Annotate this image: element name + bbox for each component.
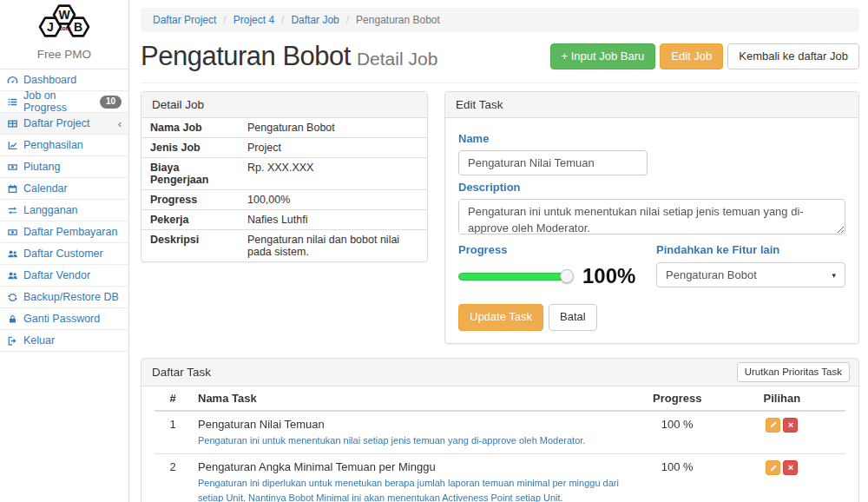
sidebar-item-label: Ganti Password bbox=[23, 313, 100, 325]
task-progress: 100 % bbox=[636, 454, 719, 502]
page-header: Pengaturan BobotDetail Job + Input Job B… bbox=[141, 32, 859, 83]
delete-task-button[interactable]: × bbox=[783, 460, 798, 475]
edit-task-button[interactable] bbox=[766, 460, 780, 475]
sidebar: J W B .com Free PMO Dashboard Job on Pro… bbox=[0, 0, 129, 502]
progress-slider-handle[interactable] bbox=[560, 269, 574, 283]
list-icon bbox=[7, 96, 18, 108]
input-job-baru-button[interactable]: + Input Job Baru bbox=[550, 43, 656, 70]
pencil-icon bbox=[769, 420, 778, 429]
breadcrumb-project-4[interactable]: Project 4 bbox=[216, 14, 274, 26]
detail-job-panel: Detail Job Nama JobPengaturan Bobot Jeni… bbox=[141, 91, 428, 262]
svg-text:B: B bbox=[74, 20, 82, 34]
sidebar-item-penghasilan[interactable]: Penghasilan bbox=[0, 135, 128, 156]
table-icon bbox=[7, 118, 18, 129]
edit-job-button[interactable]: Edit Job bbox=[660, 43, 723, 70]
sign-out-icon bbox=[7, 335, 18, 347]
delete-task-button[interactable]: × bbox=[783, 418, 798, 433]
sidebar-item-label: Langganan bbox=[23, 204, 78, 216]
breadcrumb: Daftar ProjectProject 4Daftar JobPengatu… bbox=[141, 8, 859, 32]
sidebar-item-daftar-vendor[interactable]: Daftar Vendor bbox=[0, 265, 128, 287]
lock-icon bbox=[7, 314, 18, 325]
detail-job-panel-title: Detail Job bbox=[141, 92, 427, 118]
detail-row: PekerjaNafies Luthfi bbox=[141, 210, 427, 230]
column-pilihan: Pilihan bbox=[719, 386, 845, 411]
breadcrumb-current: Pengaturan Bobot bbox=[339, 14, 440, 26]
detail-row: Jenis JobProject bbox=[141, 138, 427, 158]
sort-priority-button-top[interactable]: Urutkan Prioritas Task bbox=[737, 362, 850, 382]
delete-icon: × bbox=[788, 463, 793, 472]
move-feature-label: Pindahkan ke Fitur lain bbox=[656, 243, 845, 256]
detail-row: DeskripsiPengaturan nilai dan bobot nila… bbox=[141, 230, 427, 261]
pencil-icon bbox=[769, 464, 778, 472]
detail-job-table: Nama JobPengaturan Bobot Jenis JobProjec… bbox=[141, 118, 427, 261]
line-chart-icon bbox=[7, 140, 18, 151]
sidebar-item-label: Keluar bbox=[23, 334, 55, 347]
move-feature-selected-value: Pengaturan Bobot bbox=[666, 268, 757, 281]
brand-name: Free PMO bbox=[0, 44, 128, 69]
detail-row: Nama JobPengaturan Bobot bbox=[141, 118, 427, 138]
main-content: Daftar ProjectProject 4Daftar JobPengatu… bbox=[141, 0, 859, 502]
task-name: Pengaturan Nilai Temuan bbox=[198, 418, 629, 431]
sidebar-item-daftar-project[interactable]: Daftar Project ‹ bbox=[0, 113, 128, 135]
sidebar-item-keluar[interactable]: Keluar bbox=[0, 330, 128, 352]
dropdown-arrow-icon: ▾ bbox=[832, 271, 836, 280]
sidebar-item-ganti-password[interactable]: Ganti Password bbox=[0, 308, 128, 330]
sidebar-item-langganan[interactable]: Langganan bbox=[0, 200, 128, 221]
breadcrumb-daftar-project[interactable]: Daftar Project bbox=[153, 14, 216, 26]
daftar-task-panel-title: Daftar Task bbox=[152, 366, 211, 379]
sidebar-menu: Dashboard Job on Progress 10 Daftar Proj… bbox=[0, 69, 128, 352]
sidebar-item-daftar-customer[interactable]: Daftar Customer bbox=[0, 243, 128, 265]
sidebar-item-daftar-pembayaran[interactable]: Daftar Pembayaran bbox=[0, 221, 128, 243]
header-buttons: + Input Job Baru Edit Job Kembali ke daf… bbox=[550, 43, 859, 70]
task-name-input[interactable] bbox=[458, 150, 648, 175]
edit-task-button[interactable] bbox=[766, 418, 780, 433]
svg-text:W: W bbox=[58, 8, 70, 22]
svg-text:.com: .com bbox=[57, 25, 70, 31]
sidebar-item-calendar[interactable]: Calendar bbox=[0, 178, 128, 200]
sidebar-item-label: Daftar Project bbox=[23, 117, 89, 129]
progress-slider[interactable] bbox=[458, 273, 568, 281]
app-logo[interactable]: J W B .com bbox=[0, 0, 128, 44]
dashboard-icon bbox=[7, 75, 18, 86]
sidebar-item-label: Job on Progress bbox=[23, 89, 95, 114]
task-number: 2 bbox=[155, 454, 191, 502]
svg-text:J: J bbox=[47, 20, 54, 34]
sidebar-item-dashboard[interactable]: Dashboard bbox=[0, 69, 128, 91]
sidebar-item-label: Penghasilan bbox=[23, 139, 83, 151]
page-title: Pengaturan Bobot bbox=[141, 41, 351, 71]
task-description-textarea[interactable]: Pengaturan ini untuk menentukan nilai se… bbox=[458, 199, 845, 234]
sidebar-item-label: Backup/Restore DB bbox=[23, 291, 119, 303]
detail-row: Biaya PengerjaanRp. XXX.XXX bbox=[141, 158, 427, 190]
detail-row: Progress100,00% bbox=[141, 190, 427, 210]
progress-value: 100% bbox=[582, 264, 635, 288]
breadcrumb-daftar-job[interactable]: Daftar Job bbox=[274, 14, 339, 26]
task-progress: 100 % bbox=[636, 411, 719, 454]
column-number: # bbox=[155, 386, 191, 411]
column-progress: Progress bbox=[636, 386, 719, 411]
delete-icon: × bbox=[788, 420, 793, 430]
description-label: Description bbox=[458, 181, 845, 194]
sidebar-item-label: Daftar Customer bbox=[23, 248, 103, 260]
update-task-button[interactable]: Update Task bbox=[458, 304, 543, 331]
users-icon bbox=[7, 248, 18, 260]
refresh-icon bbox=[7, 292, 18, 303]
name-label: Name bbox=[458, 132, 845, 145]
task-row: 2 Pengaturan Angka Minimal Temuan per Mi… bbox=[155, 454, 845, 502]
sidebar-item-label: Piutang bbox=[23, 161, 60, 173]
batal-button[interactable]: Batal bbox=[549, 304, 597, 331]
sidebar-item-label: Daftar Vendor bbox=[23, 269, 90, 281]
page-subtitle: Detail Job bbox=[357, 49, 437, 69]
move-feature-select[interactable]: Pengaturan Bobot ▾ bbox=[656, 262, 845, 287]
back-to-job-list-button[interactable]: Kembali ke daftar Job bbox=[727, 43, 859, 70]
money-icon bbox=[7, 227, 18, 238]
sidebar-item-label: Calendar bbox=[23, 182, 68, 195]
daftar-task-panel: Daftar Task Urutkan Prioritas Task # Nam… bbox=[141, 358, 859, 502]
progress-group: Progress 100% bbox=[458, 238, 635, 288]
users-icon bbox=[7, 270, 18, 281]
task-description: Pengaturan ini diperlukan untuk menetuka… bbox=[198, 476, 629, 502]
progress-label: Progress bbox=[458, 243, 635, 256]
sidebar-item-backup-restore[interactable]: Backup/Restore DB bbox=[0, 287, 128, 308]
sidebar-item-piutang[interactable]: Piutang bbox=[0, 156, 128, 178]
sidebar-item-job-on-progress[interactable]: Job on Progress 10 bbox=[0, 91, 128, 113]
jwb-logo-icon: J W B .com bbox=[26, 3, 102, 42]
